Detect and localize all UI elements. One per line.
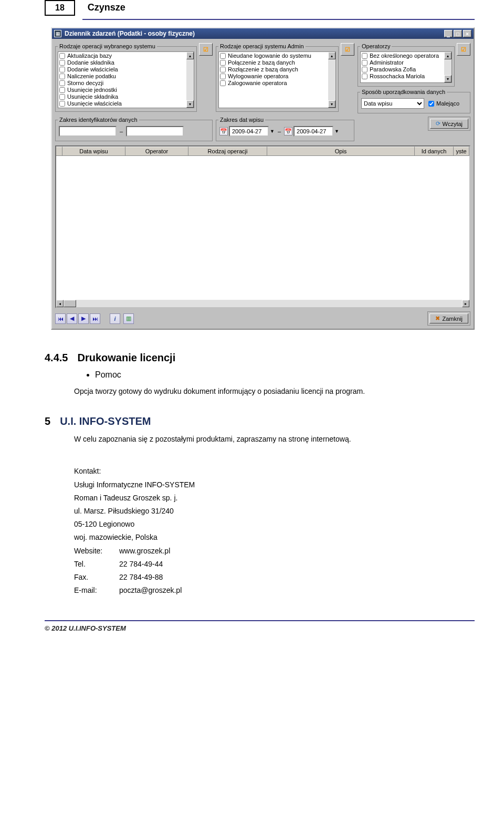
window-title: Dziennik zdarzeń (Podatki - osoby fizycz… bbox=[65, 30, 444, 37]
section-title: Drukowanie licencji bbox=[77, 352, 175, 364]
address-street: ul. Marsz. Piłsudskiego 31/240 bbox=[74, 505, 475, 518]
company-owners: Roman i Tadeusz Groszek sp. j. bbox=[74, 491, 475, 505]
operators-list[interactable]: Bez określonego operatora Administrator … bbox=[360, 51, 452, 83]
ops-admin-list[interactable]: Nieudane logowanie do systemu Połączenie… bbox=[218, 51, 336, 108]
titlebar: ▦ Dziennik zdarzeń (Podatki - osoby fizy… bbox=[52, 28, 474, 39]
tel-value: 22 784-49-44 bbox=[119, 558, 163, 571]
date-from-input[interactable] bbox=[229, 126, 269, 137]
ops-system-list[interactable]: Aktualizacja bazy Dodanie składnika Doda… bbox=[58, 51, 194, 108]
nav-next-button[interactable]: ▶ bbox=[78, 313, 89, 324]
refresh-icon: ⟳ bbox=[436, 120, 440, 127]
list-item[interactable]: Dodanie składnika bbox=[59, 59, 193, 66]
contact-block: Kontakt: Usługi Informatyczne INFO-SYSTE… bbox=[74, 465, 475, 597]
scroll-up-icon[interactable]: ▴ bbox=[444, 52, 452, 59]
scroll-left-icon[interactable]: ◂ bbox=[56, 300, 64, 307]
website-value: www.groszek.pl bbox=[119, 545, 170, 558]
select-all-operators-button[interactable]: ☑ bbox=[457, 43, 470, 56]
list-item[interactable]: Usunięcie właściciela bbox=[59, 100, 193, 107]
close-icon: ✖ bbox=[435, 315, 440, 322]
list-item[interactable]: Administrator bbox=[362, 59, 450, 66]
footer-rule bbox=[45, 620, 475, 621]
grid-col[interactable]: Opis bbox=[267, 147, 415, 155]
grid-body bbox=[56, 156, 469, 300]
group-operators-legend: Operatorzy bbox=[360, 43, 392, 49]
scrollbar[interactable]: ▴ ▾ bbox=[444, 52, 452, 82]
id-to-input[interactable] bbox=[126, 126, 184, 137]
list-item[interactable]: Rossochacka Mariola bbox=[362, 73, 450, 80]
list-item[interactable]: Usunięcie składnika bbox=[59, 93, 193, 100]
sort-desc-checkbox[interactable]: Malejąco bbox=[428, 100, 459, 107]
company-name: Usługi Informatyczne INFO-SYSTEM bbox=[74, 478, 475, 491]
scrollbar[interactable]: ▴ ▾ bbox=[328, 52, 335, 108]
group-date-range: Zakres dat wpisu 📅 ▼ – 📅 ▼ bbox=[216, 117, 354, 141]
contact-label: Kontakt: bbox=[74, 465, 475, 478]
copyright: © 2012 U.I.INFO-SYSTEM bbox=[45, 624, 475, 632]
scrollbar[interactable]: ▴ ▾ bbox=[186, 52, 194, 108]
header-rule bbox=[82, 19, 475, 20]
calendar-icon[interactable]: 📅 bbox=[219, 127, 228, 135]
range-dash: – bbox=[120, 128, 123, 134]
group-id-range: Zakres identyfikatorów danych – bbox=[55, 117, 213, 141]
data-button[interactable]: ▥ bbox=[123, 313, 134, 324]
group-ops-admin: Rodzaje operacji systemu Admin Nieudane … bbox=[216, 43, 339, 112]
close-button[interactable]: × bbox=[463, 30, 471, 37]
scroll-down-icon[interactable]: ▾ bbox=[328, 100, 335, 108]
group-ops-admin-legend: Rodzaje operacji systemu Admin bbox=[218, 43, 306, 49]
grid-col[interactable]: Data wpisu bbox=[62, 147, 125, 155]
scroll-up-icon[interactable]: ▴ bbox=[186, 52, 194, 59]
grid-header: Data wpisu Operator Rodzaj operacji Opis… bbox=[56, 147, 469, 156]
list-item[interactable]: Nieudane logowanie do systemu bbox=[220, 53, 334, 59]
list-item[interactable]: Bez określonego operatora bbox=[362, 53, 450, 59]
list-item[interactable]: Aktualizacja bazy bbox=[59, 53, 193, 59]
email-value: poczta@groszek.pl bbox=[119, 584, 182, 597]
app-icon: ▦ bbox=[54, 30, 61, 37]
body-text: W celu zapoznania się z pozostałymi prod… bbox=[74, 434, 470, 445]
grid-col[interactable]: yste bbox=[454, 147, 469, 155]
scrollbar-horizontal[interactable]: ◂ ▸ bbox=[56, 300, 469, 307]
select-all-ops-admin-button[interactable]: ☑ bbox=[341, 43, 354, 56]
info-button[interactable]: i bbox=[110, 313, 120, 324]
grid-col[interactable]: Operator bbox=[125, 147, 188, 155]
maximize-button[interactable]: □ bbox=[454, 30, 462, 37]
fax-label: Fax. bbox=[74, 571, 112, 584]
scroll-right-icon[interactable]: ▸ bbox=[462, 300, 469, 307]
list-item[interactable]: Połączenie z bazą danych bbox=[220, 59, 334, 66]
list-item[interactable]: Dodanie właściciela bbox=[59, 66, 193, 73]
fax-value: 22 784-49-88 bbox=[119, 571, 163, 584]
id-from-input[interactable] bbox=[59, 126, 117, 137]
group-ops-system-legend: Rodzaje operacji wybranego systemu bbox=[58, 43, 157, 49]
list-item[interactable]: Rozłączenie z bazą danych bbox=[220, 66, 334, 73]
grid-col[interactable]: Id danych bbox=[415, 147, 454, 155]
list-item[interactable]: Naliczenie podatku bbox=[59, 73, 193, 80]
nav-last-button[interactable]: ⏭ bbox=[90, 313, 100, 324]
sort-field-select[interactable]: Data wpisu bbox=[361, 98, 424, 109]
minimize-button[interactable]: _ bbox=[444, 30, 453, 37]
list-item[interactable]: Zalogowanie operatora bbox=[220, 80, 334, 87]
read-button[interactable]: ⟳ Wczytaj bbox=[430, 119, 469, 129]
record-nav: ⏮ ◀ ▶ ⏭ bbox=[55, 313, 100, 324]
list-item[interactable]: Wydrukowanie decyzji bbox=[59, 107, 193, 108]
group-ops-system: Rodzaje operacji wybranego systemu Aktua… bbox=[55, 43, 197, 112]
select-all-ops-system-button[interactable]: ☑ bbox=[199, 43, 213, 56]
scroll-down-icon[interactable]: ▾ bbox=[186, 100, 194, 108]
group-sort: Sposób uporządkowania danych Data wpisu … bbox=[358, 89, 470, 113]
chevron-down-icon[interactable]: ▼ bbox=[270, 129, 275, 134]
nav-first-button[interactable]: ⏮ bbox=[55, 313, 66, 324]
scroll-down-icon[interactable]: ▾ bbox=[444, 75, 452, 82]
scroll-up-icon[interactable]: ▴ bbox=[328, 52, 335, 59]
grid-col[interactable]: Rodzaj operacji bbox=[188, 147, 267, 155]
group-sort-legend: Sposób uporządkowania danych bbox=[360, 89, 447, 95]
list-item[interactable]: Paradowska Zofia bbox=[362, 66, 450, 73]
list-item[interactable]: Wylogowanie operatora bbox=[220, 73, 334, 80]
nav-prev-button[interactable]: ◀ bbox=[67, 313, 77, 324]
section-number: 5 bbox=[45, 415, 50, 427]
close-dialog-button[interactable]: ✖ Zamknij bbox=[429, 313, 468, 323]
section-number: 4.4.5 bbox=[45, 352, 68, 364]
grid-col[interactable] bbox=[56, 147, 62, 155]
date-to-input[interactable] bbox=[293, 126, 333, 137]
list-item[interactable]: Storno decyzji bbox=[59, 80, 193, 87]
list-item[interactable]: Usunięcie jednostki bbox=[59, 87, 193, 93]
chevron-down-icon[interactable]: ▼ bbox=[334, 129, 339, 134]
results-grid[interactable]: Data wpisu Operator Rodzaj operacji Opis… bbox=[55, 145, 470, 308]
calendar-icon[interactable]: 📅 bbox=[284, 127, 292, 135]
